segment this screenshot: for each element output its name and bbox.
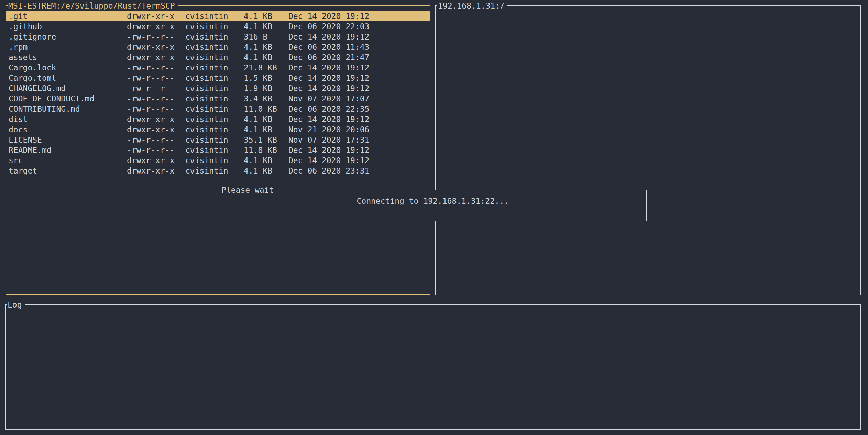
file-name: target: [9, 166, 127, 176]
file-row[interactable]: .gitignore -rw-r--r-- cvisintin 316 B De…: [6, 32, 430, 42]
file-size: 11.8 KB: [244, 145, 288, 155]
file-perms: -rw-r--r--: [127, 32, 185, 42]
file-owner: cvisintin: [185, 83, 244, 93]
file-row[interactable]: docs drwxr-xr-x cvisintin 4.1 KB Nov 21 …: [6, 124, 430, 135]
file-size: 1.9 KB: [244, 83, 288, 93]
file-name: .rpm: [9, 42, 127, 52]
file-size: 11.0 KB: [244, 104, 288, 114]
file-name: CHANGELOG.md: [9, 83, 127, 93]
file-perms: drwxr-xr-x: [127, 124, 185, 135]
file-size: 4.1 KB: [244, 124, 288, 135]
file-size: 35.1 KB: [244, 135, 288, 145]
file-name: Cargo.toml: [9, 73, 127, 83]
file-perms: drwxr-xr-x: [127, 166, 185, 176]
file-name: .github: [9, 21, 127, 32]
file-perms: -rw-r--r--: [127, 145, 185, 155]
local-file-panel: MSI-ESTREM:/e/Sviluppo/Rust/TermSCP .git…: [6, 5, 430, 295]
file-name: .gitignore: [9, 32, 127, 42]
file-modified: Dec 06 2020 22:35: [288, 104, 430, 114]
file-modified: Dec 14 2020 19:12: [288, 63, 430, 73]
file-owner: cvisintin: [185, 145, 244, 155]
file-size: 4.1 KB: [244, 42, 288, 52]
wait-modal: Please wait Connecting to 192.168.1.31:2…: [219, 190, 647, 221]
file-perms: drwxr-xr-x: [127, 114, 185, 124]
file-row[interactable]: target drwxr-xr-x cvisintin 4.1 KB Dec 0…: [6, 166, 430, 176]
file-row[interactable]: README.md -rw-r--r-- cvisintin 11.8 KB D…: [6, 145, 430, 155]
file-name: .git: [9, 11, 127, 21]
file-modified: Nov 07 2020 17:31: [288, 135, 430, 145]
file-row[interactable]: src drwxr-xr-x cvisintin 4.1 KB Dec 14 2…: [6, 155, 430, 166]
file-perms: -rw-r--r--: [127, 63, 185, 73]
file-row[interactable]: Cargo.lock -rw-r--r-- cvisintin 21.8 KB …: [6, 63, 430, 73]
log-content: [6, 305, 860, 429]
file-size: 316 B: [244, 32, 288, 42]
file-row[interactable]: LICENSE -rw-r--r-- cvisintin 35.1 KB Nov…: [6, 135, 430, 145]
file-modified: Dec 06 2020 11:43: [288, 42, 430, 52]
file-modified: Dec 06 2020 23:31: [288, 166, 430, 176]
file-modified: Dec 14 2020 19:12: [288, 32, 430, 42]
file-owner: cvisintin: [185, 52, 244, 63]
file-row[interactable]: CHANGELOG.md -rw-r--r-- cvisintin 1.9 KB…: [6, 83, 430, 93]
file-size: 4.1 KB: [244, 155, 288, 166]
file-modified: Dec 14 2020 19:12: [288, 114, 430, 124]
file-perms: -rw-r--r--: [127, 73, 185, 83]
file-modified: Dec 14 2020 19:12: [288, 11, 430, 21]
file-modified: Dec 06 2020 21:47: [288, 52, 430, 63]
file-modified: Dec 14 2020 19:12: [288, 73, 430, 83]
file-owner: cvisintin: [185, 135, 244, 145]
file-modified: Nov 21 2020 20:06: [288, 124, 430, 135]
file-owner: cvisintin: [185, 73, 244, 83]
file-owner: cvisintin: [185, 114, 244, 124]
file-size: 21.8 KB: [244, 63, 288, 73]
file-name: src: [9, 155, 127, 166]
file-name: LICENSE: [9, 135, 127, 145]
connecting-message: Connecting to 192.168.1.31:22...: [219, 196, 646, 206]
file-name: docs: [9, 124, 127, 135]
file-owner: cvisintin: [185, 21, 244, 32]
file-size: 1.5 KB: [244, 73, 288, 83]
file-perms: drwxr-xr-x: [127, 21, 185, 32]
remote-file-list: [436, 6, 860, 295]
file-owner: cvisintin: [185, 104, 244, 114]
file-row[interactable]: .github drwxr-xr-x cvisintin 4.1 KB Dec …: [6, 21, 430, 32]
file-size: 4.1 KB: [244, 166, 288, 176]
file-perms: drwxr-xr-x: [127, 11, 185, 21]
file-name: dist: [9, 114, 127, 124]
file-owner: cvisintin: [185, 155, 244, 166]
file-row[interactable]: Cargo.toml -rw-r--r-- cvisintin 1.5 KB D…: [6, 73, 430, 83]
wait-modal-title: Please wait: [221, 185, 276, 195]
file-modified: Nov 07 2020 17:07: [288, 93, 430, 104]
file-name: Cargo.lock: [9, 63, 127, 73]
file-owner: cvisintin: [185, 166, 244, 176]
file-size: 3.4 KB: [244, 93, 288, 104]
file-name: CONTRIBUTING.md: [9, 104, 127, 114]
file-name: README.md: [9, 145, 127, 155]
log-panel: Log: [5, 304, 861, 430]
remote-file-panel: 192.168.1.31:/: [435, 5, 861, 295]
file-size: 4.1 KB: [244, 114, 288, 124]
file-row[interactable]: .git drwxr-xr-x cvisintin 4.1 KB Dec 14 …: [6, 11, 430, 21]
file-perms: -rw-r--r--: [127, 104, 185, 114]
file-size: 4.1 KB: [244, 52, 288, 63]
file-row[interactable]: .rpm drwxr-xr-x cvisintin 4.1 KB Dec 06 …: [6, 42, 430, 52]
log-panel-title: Log: [7, 300, 25, 310]
local-file-list: .git drwxr-xr-x cvisintin 4.1 KB Dec 14 …: [6, 6, 430, 176]
file-perms: -rw-r--r--: [127, 83, 185, 93]
file-modified: Dec 14 2020 19:12: [288, 83, 430, 93]
file-perms: -rw-r--r--: [127, 135, 185, 145]
file-row[interactable]: CODE_OF_CONDUCT.md -rw-r--r-- cvisintin …: [6, 93, 430, 104]
local-panel-title: MSI-ESTREM:/e/Sviluppo/Rust/TermSCP: [8, 1, 178, 11]
file-owner: cvisintin: [185, 42, 244, 52]
file-owner: cvisintin: [185, 93, 244, 104]
file-owner: cvisintin: [185, 124, 244, 135]
file-owner: cvisintin: [185, 63, 244, 73]
file-perms: drwxr-xr-x: [127, 52, 185, 63]
file-size: 4.1 KB: [244, 11, 288, 21]
file-size: 4.1 KB: [244, 21, 288, 32]
remote-panel-title: 192.168.1.31:/: [437, 1, 507, 11]
file-row[interactable]: CONTRIBUTING.md -rw-r--r-- cvisintin 11.…: [6, 104, 430, 114]
file-row[interactable]: dist drwxr-xr-x cvisintin 4.1 KB Dec 14 …: [6, 114, 430, 124]
file-row[interactable]: assets drwxr-xr-x cvisintin 4.1 KB Dec 0…: [6, 52, 430, 63]
file-name: CODE_OF_CONDUCT.md: [9, 93, 127, 104]
file-owner: cvisintin: [185, 11, 244, 21]
